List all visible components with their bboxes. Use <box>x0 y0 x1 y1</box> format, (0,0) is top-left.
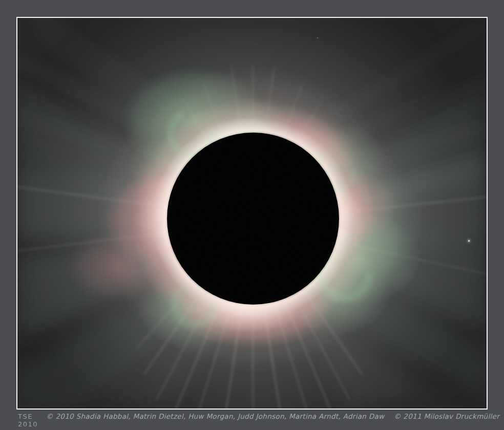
event-label: TSE 2010 <box>18 413 46 428</box>
caption-bar: TSE 2010 © 2010 Shadia Habbal, Matrin Di… <box>18 412 499 428</box>
eclipse-viewer-page: TSE 2010 © 2010 Shadia Habbal, Matrin Di… <box>0 0 504 430</box>
credits: © 2010 Shadia Habbal, Matrin Dietzel, Hu… <box>46 412 499 420</box>
eclipse-photo <box>16 17 488 410</box>
vignette-overlay <box>17 18 487 408</box>
credit-2010: © 2010 Shadia Habbal, Matrin Dietzel, Hu… <box>46 412 384 420</box>
credit-2011: © 2011 Miloslav Druckmüller <box>394 412 499 420</box>
